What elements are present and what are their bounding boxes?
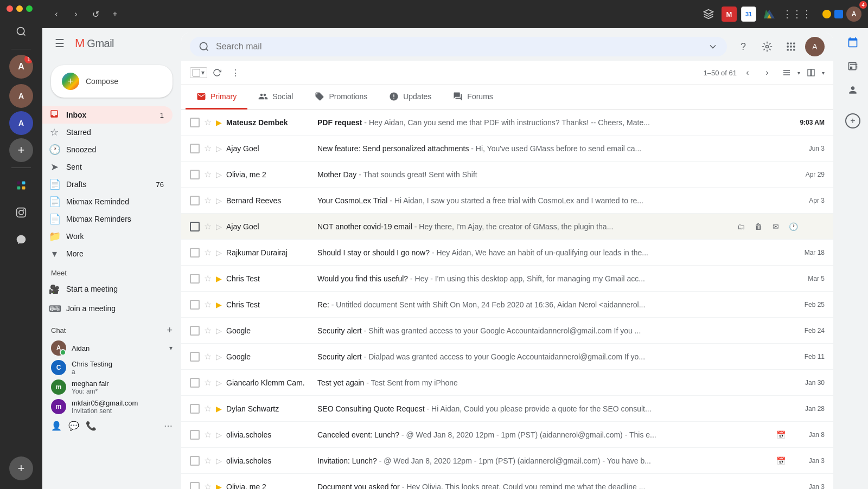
star-icon[interactable]: ☆ xyxy=(204,195,212,205)
instagram-icon[interactable] xyxy=(9,201,33,224)
select-all-checkbox[interactable]: ▾ xyxy=(190,67,207,78)
maximize-button[interactable] xyxy=(26,5,33,12)
email-checkbox[interactable] xyxy=(190,248,200,258)
add-chat-button[interactable]: + xyxy=(167,325,173,336)
chat-user-chris-testing[interactable]: C Chris Testing a xyxy=(42,358,181,377)
email-row[interactable]: ☆ ▷ Google Security alert - Dialpad was … xyxy=(181,344,833,370)
star-icon[interactable]: ☆ xyxy=(204,403,212,414)
sidebar-item-more[interactable]: ▾ More xyxy=(42,245,173,262)
email-checkbox[interactable] xyxy=(190,170,200,179)
email-row[interactable]: ☆ ▷ Ajay Goel New feature: Send personal… xyxy=(181,136,833,162)
drive-app-icon[interactable] xyxy=(761,5,778,23)
tasks-right-icon[interactable] xyxy=(843,56,863,76)
star-icon[interactable]: ☆ xyxy=(204,273,212,284)
view-dropdown-icon[interactable]: ▾ xyxy=(797,70,800,76)
tab-promotions[interactable]: Promotions xyxy=(304,85,378,110)
settings-icon[interactable] xyxy=(757,37,777,56)
close-button[interactable] xyxy=(7,5,13,12)
top-user-avatar[interactable]: A xyxy=(846,7,861,22)
sidebar-item-sent[interactable]: ➤ Sent xyxy=(42,158,173,176)
tab-primary[interactable]: Primary xyxy=(186,85,247,110)
star-icon[interactable]: ☆ xyxy=(204,351,212,362)
sidebar-item-inbox[interactable]: Inbox 1 xyxy=(42,106,173,124)
tab-forums[interactable]: Forums xyxy=(442,85,503,110)
messenger-icon[interactable] xyxy=(9,228,33,252)
new-tab-button[interactable]: + xyxy=(107,7,123,22)
star-icon[interactable]: ☆ xyxy=(204,169,212,179)
add-account-button[interactable]: + xyxy=(9,138,33,162)
sidebar-item-mixmax-reminders[interactable]: 📄 Mixmax Reminders xyxy=(42,210,173,228)
mark-unread-icon[interactable]: ✉ xyxy=(768,219,783,234)
star-icon[interactable]: ☆ xyxy=(204,117,212,127)
email-checkbox[interactable] xyxy=(190,430,200,440)
star-icon[interactable]: ☆ xyxy=(204,325,212,336)
calendar-right-icon[interactable] xyxy=(843,33,863,52)
email-checkbox[interactable] xyxy=(190,378,200,388)
email-checkbox[interactable] xyxy=(190,456,200,466)
email-checkbox[interactable] xyxy=(190,352,200,362)
minimize-button[interactable] xyxy=(16,5,23,12)
delete-icon[interactable]: 🗑 xyxy=(751,219,766,234)
chat-user-meghan[interactable]: m meghan fair You: am* xyxy=(42,377,181,397)
email-row[interactable]: ☆ ▷ Google Security alert - Shift was gr… xyxy=(181,318,833,344)
email-checkbox[interactable] xyxy=(190,404,200,414)
prev-page-button[interactable]: ‹ xyxy=(739,64,756,81)
compose-button[interactable]: + Compose xyxy=(51,65,173,98)
bubble-icon[interactable]: 💬 xyxy=(68,421,79,431)
next-page-button[interactable]: › xyxy=(758,64,776,81)
forward-button[interactable]: › xyxy=(68,7,84,22)
sidebar-item-starred[interactable]: ☆ Starred xyxy=(42,124,173,141)
account-avatar-3[interactable]: A xyxy=(9,111,33,135)
account-avatar-2[interactable]: A xyxy=(9,84,33,108)
email-row[interactable]: ☆ ▶ Chris Test Re: - Untitled document S… xyxy=(181,292,833,318)
star-icon[interactable]: ☆ xyxy=(204,143,212,153)
back-button[interactable]: ‹ xyxy=(49,7,64,22)
star-icon[interactable]: ☆ xyxy=(204,247,212,258)
refresh-button[interactable]: ↺ xyxy=(88,7,103,22)
email-row[interactable]: ☆ ▷ Olivia, me 2 Mother Day - That sound… xyxy=(181,162,833,188)
star-icon[interactable]: ☆ xyxy=(204,221,212,231)
email-row[interactable]: ☆ ▶ Olivia, me 2 Document you asked for … xyxy=(181,474,833,489)
email-row[interactable]: ☆ ▶ Mateusz Dembek PDF request - Hey Aid… xyxy=(181,110,833,136)
star-icon[interactable]: ☆ xyxy=(204,455,212,466)
user-avatar[interactable]: A xyxy=(805,37,825,56)
tab-updates[interactable]: Updates xyxy=(378,85,442,110)
email-checkbox[interactable] xyxy=(190,144,200,153)
contacts-right-icon[interactable] xyxy=(843,80,863,100)
add-app-button[interactable]: + xyxy=(9,456,33,480)
email-checkbox[interactable] xyxy=(190,118,200,127)
search-dropdown-icon[interactable] xyxy=(707,41,718,52)
hamburger-menu-button[interactable]: ☰ xyxy=(51,35,68,52)
phone-icon[interactable]: 📞 xyxy=(86,421,97,431)
email-row[interactable]: ☆ ▷ Rajkumar Durairaj Should I stay or s… xyxy=(181,240,833,266)
star-icon[interactable]: ☆ xyxy=(204,299,212,310)
email-row[interactable]: ☆ ▷ olivia.scholes Invitation: Lunch? - … xyxy=(181,448,833,474)
pane-dropdown-icon[interactable]: ▾ xyxy=(822,70,825,76)
chat-user-aidan[interactable]: A Aidan ▾ xyxy=(42,338,181,358)
people-icon[interactable]: 👤 xyxy=(51,421,62,431)
apps-grid-icon[interactable]: ⋮⋮⋮ xyxy=(782,8,812,20)
star-icon[interactable]: ☆ xyxy=(204,481,212,489)
star-icon[interactable]: ☆ xyxy=(204,377,212,388)
stack-icon[interactable] xyxy=(700,5,717,23)
search-input[interactable] xyxy=(216,42,701,52)
sidebar-item-snoozed[interactable]: 🕐 Snoozed xyxy=(42,141,173,158)
add-panel-button[interactable]: + xyxy=(845,113,860,128)
gmail-app-icon[interactable]: M xyxy=(722,7,737,22)
email-checkbox[interactable] xyxy=(190,222,200,231)
star-icon[interactable]: ☆ xyxy=(204,429,212,440)
email-row[interactable]: ☆ ▷ Giancarlo Klemm Cam. Test yet again … xyxy=(181,370,833,396)
calendar-app-icon[interactable]: 31 xyxy=(741,7,756,22)
email-row[interactable]: ☆ ▷ Ajay Goel NOT another covid-19 email… xyxy=(181,214,833,240)
email-checkbox[interactable] xyxy=(190,300,200,310)
email-checkbox[interactable] xyxy=(190,326,200,336)
help-icon[interactable]: ? xyxy=(733,37,753,56)
slack-icon[interactable]: 4 xyxy=(9,173,33,197)
reading-pane-button[interactable] xyxy=(802,64,820,81)
sidebar-item-drafts[interactable]: 📄 Drafts 76 xyxy=(42,176,173,193)
email-checkbox[interactable] xyxy=(190,274,200,284)
chat-user-mkfair05[interactable]: m mkfair05@gmail.com Invitation sent xyxy=(42,397,181,416)
search-icon[interactable] xyxy=(9,20,33,43)
snooze-icon[interactable]: 🕐 xyxy=(786,219,801,234)
refresh-email-button[interactable] xyxy=(208,64,226,81)
